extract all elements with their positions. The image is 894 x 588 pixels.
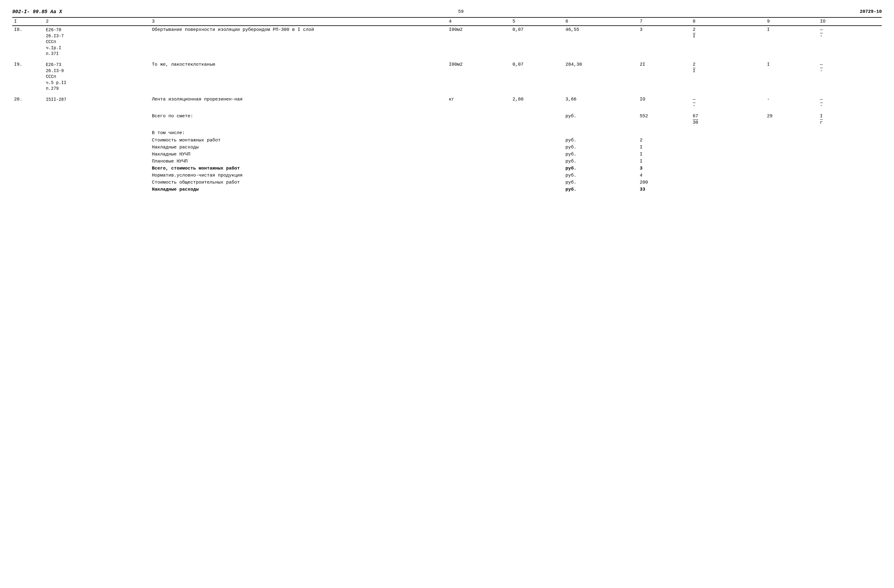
total-col4 bbox=[447, 110, 510, 127]
total-col10: I г bbox=[818, 110, 882, 127]
row-col10-19: — - bbox=[818, 58, 882, 93]
subtotal-hdr-num bbox=[12, 127, 44, 137]
header-doc-code: 20729-10 bbox=[860, 9, 882, 14]
row-num-19: I9. bbox=[12, 58, 44, 93]
row-col9-19: I bbox=[765, 58, 818, 93]
dash-fraction-20-col10: — - bbox=[820, 97, 823, 109]
col-header-5: 5 bbox=[510, 17, 564, 26]
subtotal-row-2: Накладные расходы руб. I bbox=[12, 144, 882, 151]
subtotal-hdr-label: В том числе: bbox=[150, 127, 447, 137]
row-col9-18: I bbox=[765, 26, 818, 58]
row-col8-20: — - bbox=[691, 93, 765, 110]
subtotal-unit-7: руб. bbox=[564, 179, 638, 186]
subtotal-unit-1: руб. bbox=[564, 137, 638, 144]
total-num bbox=[12, 110, 44, 127]
row-ref-19: Е26-7326.I3-9СССпч.5 р.IIп.279 bbox=[44, 58, 150, 93]
total-label: Всего по смете: bbox=[150, 110, 447, 127]
row-col9-20: - bbox=[765, 93, 818, 110]
subtotal-label-3: Накладные НУЧП bbox=[150, 151, 447, 158]
row-price-18: 46,55 bbox=[564, 26, 638, 58]
row-price-19: 284,30 bbox=[564, 58, 638, 93]
subtotal-label-8: Накладные расходы bbox=[150, 186, 447, 193]
header-page-number: 59 bbox=[458, 9, 464, 14]
table-row: 20. I5II-287 Лента изоляционная прорезин… bbox=[12, 93, 882, 110]
subtotal-value-2: I bbox=[638, 144, 691, 151]
row-col10-18: — - bbox=[818, 26, 882, 58]
row-col10-20: — - bbox=[818, 93, 882, 110]
subtotal-row-3: Накладные НУЧП руб. I bbox=[12, 151, 882, 158]
subtotal-row-5: Всего, стоимость монтажных работ руб. 3 bbox=[12, 165, 882, 172]
dash-fraction-19-col10: — - bbox=[820, 62, 823, 74]
row-desc-20: Лента изоляционная прорезинен-ная bbox=[150, 93, 447, 110]
table-row: I8. Е26-7026.I3-7СССпч.Iр.Iп.37I Обертыв… bbox=[12, 26, 882, 58]
main-table: I 2 3 4 5 6 7 8 9 IO I8. Е26-7026.I3-7СС… bbox=[12, 17, 882, 193]
subtotal-value-4: I bbox=[638, 158, 691, 165]
subtotal-value-5: 3 bbox=[638, 165, 691, 172]
fraction-total-col8: 67 30 bbox=[693, 113, 698, 125]
fraction-18-col8: 2 I bbox=[693, 27, 696, 39]
subtotal-unit-5: руб. bbox=[564, 165, 638, 172]
total-col9: 29 bbox=[765, 110, 818, 127]
subtotal-hdr-empty bbox=[447, 127, 882, 137]
col-header-6: 6 bbox=[564, 17, 638, 26]
col-header-8: 8 bbox=[691, 17, 765, 26]
subtotal-hdr-ref bbox=[44, 127, 150, 137]
subtotal-row-4: Плановые НУЧП руб. I bbox=[12, 158, 882, 165]
row-col7-19: 2I bbox=[638, 58, 691, 93]
subtotal-header-row: В том числе: bbox=[12, 127, 882, 137]
row-num-18: I8. bbox=[12, 26, 44, 58]
subtotal-row-1: Стоимость монтажных работ руб. 2 bbox=[12, 137, 882, 144]
row-ref-20: I5II-287 bbox=[44, 93, 150, 110]
col-header-10: IO bbox=[818, 17, 882, 26]
subtotal-value-7: 200 bbox=[638, 179, 691, 186]
column-header-row: I 2 3 4 5 6 7 8 9 IO bbox=[12, 17, 882, 26]
row-col8-19: 2 I bbox=[691, 58, 765, 93]
subtotal-unit-2: руб. bbox=[564, 144, 638, 151]
col-header-9: 9 bbox=[765, 17, 818, 26]
subtotal-value-8: 33 bbox=[638, 186, 691, 193]
subtotal-unit-8: руб. bbox=[564, 186, 638, 193]
col-header-7: 7 bbox=[638, 17, 691, 26]
col-header-3: 3 bbox=[150, 17, 447, 26]
dash-fraction-18-col10: — - bbox=[820, 27, 823, 39]
row-col7-18: 3 bbox=[638, 26, 691, 58]
subtotal-unit-4: руб. bbox=[564, 158, 638, 165]
subtotal-label-4: Плановые НУЧП bbox=[150, 158, 447, 165]
subtotal-label-6: Норматив.условно-чистая продукция bbox=[150, 172, 447, 179]
row-ref-18: Е26-7026.I3-7СССпч.Iр.Iп.37I bbox=[44, 26, 150, 58]
subtotal-unit-3: руб. bbox=[564, 151, 638, 158]
col-header-4: 4 bbox=[447, 17, 510, 26]
row-coeff-20: 2,80 bbox=[510, 93, 564, 110]
fraction-19-col8: 2 I bbox=[693, 62, 696, 74]
subtotal-label-7: Стоимость общестроительных работ bbox=[150, 179, 447, 186]
row-unit-19: I00м2 bbox=[447, 58, 510, 93]
header-doc-number: 902-I- 99.85 Аа Х bbox=[12, 9, 62, 15]
subtotal-label-1: Стоимость монтажных работ bbox=[150, 137, 447, 144]
subtotal-label-5: Всего, стоимость монтажных работ bbox=[150, 165, 447, 172]
subtotal-value-6: 4 bbox=[638, 172, 691, 179]
row-unit-20: кг bbox=[447, 93, 510, 110]
row-price-20: 3,66 bbox=[564, 93, 638, 110]
dash-fraction-20-col8: — - bbox=[693, 97, 696, 109]
table-row: I9. Е26-7326.I3-9СССпч.5 р.IIп.279 То же… bbox=[12, 58, 882, 93]
total-value: 552 bbox=[638, 110, 691, 127]
subtotal-value-1: 2 bbox=[638, 137, 691, 144]
row-coeff-18: 0,07 bbox=[510, 26, 564, 58]
total-col5 bbox=[510, 110, 564, 127]
row-unit-18: I00м2 bbox=[447, 26, 510, 58]
row-coeff-19: 0,07 bbox=[510, 58, 564, 93]
fraction-total-col10: I г bbox=[820, 113, 823, 125]
subtotal-row-7: Стоимость общестроительных работ руб. 20… bbox=[12, 179, 882, 186]
subtotal-label-2: Накладные расходы bbox=[150, 144, 447, 151]
col-header-1: I bbox=[12, 17, 44, 26]
col-header-2: 2 bbox=[44, 17, 150, 26]
page-header: 902-I- 99.85 Аа Х 59 20729-10 bbox=[12, 9, 882, 15]
total-unit: руб. bbox=[564, 110, 638, 127]
row-desc-19: То же, лакостеклотканью bbox=[150, 58, 447, 93]
total-row: Всего по смете: руб. 552 67 30 29 I г bbox=[12, 110, 882, 127]
subtotal-row-6: Норматив.условно-чистая продукция руб. 4 bbox=[12, 172, 882, 179]
total-ref bbox=[44, 110, 150, 127]
row-col7-20: IO bbox=[638, 93, 691, 110]
row-num-20: 20. bbox=[12, 93, 44, 110]
subtotal-value-3: I bbox=[638, 151, 691, 158]
